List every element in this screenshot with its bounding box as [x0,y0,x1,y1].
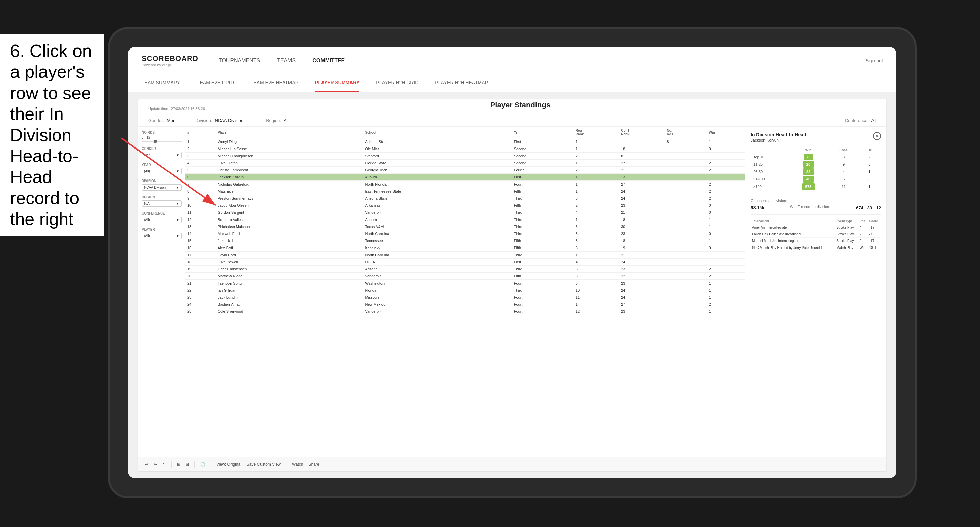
player-table-row[interactable]: 10Jacob Mou OlesenArkansasFifth2230 [185,202,745,209]
player-cell: Phichaksn Maichon [216,223,363,230]
sub-nav-player-h2h-heatmap[interactable]: PLAYER H2H HEATMAP [435,74,488,92]
tournament-cell: -17 [868,224,881,231]
player-cell: Arizona State [363,195,512,202]
h2h-close-button[interactable]: ✕ [873,132,881,140]
no-rds-slider[interactable] [142,141,181,142]
player-table-row[interactable]: 12Brendan VallesAuburnThird1181 [185,216,745,223]
tournament-cell: Stroke Play [835,224,858,231]
tournament-table: Tournament Event Type Pos Score Amer Ari… [751,218,881,251]
player-table-row[interactable]: 15Jake HallTennesseeFifth3181 [185,237,745,244]
player-table-row[interactable]: 18Luke PowellUCLAFirst4241 [185,259,745,266]
player-table-row[interactable]: 5Christo LamprechtGeorgia TechFourth2212 [185,167,745,174]
player-cell: 0 [707,209,745,216]
undo-btn[interactable]: ↩ [145,462,148,467]
conference-dropdown[interactable]: (All) ▼ [142,216,181,223]
col-reg-rank: RegRank [574,127,619,138]
tournament-cell: -7 [868,231,881,238]
tournament-cell: Stroke Play [835,238,858,244]
player-cell: East Tennessee State [363,188,512,195]
player-cell: 0 [707,202,745,209]
player-table-row[interactable]: 14Maxwell FordNorth CarolinaThird3230 [185,230,745,237]
player-table-row[interactable]: 17David FordNorth CarolinaThird1211 [185,252,745,259]
player-cell: 0 [707,244,745,252]
gender-filter-label: Gender [142,147,181,151]
h2h-table-row: >100578111 [751,183,881,190]
player-table-row[interactable]: 24Bastien AmatNew MexicoFourth1272 [185,301,745,308]
division-dropdown[interactable]: NCAA Division I ▼ [142,184,181,190]
player-cell: 8 [574,266,619,273]
h2h-win-cell: 20 [788,160,829,168]
share-btn[interactable]: Share [309,462,320,467]
player-cell: 2 [707,160,745,167]
player-cell: 3 [574,195,619,202]
player-table-row[interactable]: 3Michael ThorbjornsenStanfordSecond281 [185,152,745,160]
nav-item-tournaments[interactable]: TOURNAMENTS [219,55,260,66]
h2h-loss-cell: 4 [829,168,858,175]
player-table-row[interactable]: 7Nicholas GabrelcikNorth FloridaFourth12… [185,181,745,188]
nav-item-teams[interactable]: TEAMS [277,55,296,66]
slider-handle[interactable] [154,140,157,143]
sub-nav-player-h2h-grid[interactable]: PLAYER H2H GRID [376,74,418,92]
player-cell: 2 [574,202,619,209]
player-table-row[interactable]: 25Cole SherwoodVanderbiltFourth12231 [185,308,745,315]
player-cell: 19 [619,244,665,252]
player-cell: Florida State [363,160,512,167]
watch-btn[interactable]: Watch [292,462,303,467]
player-cell: Fourth [512,294,574,301]
player-cell: 2 [707,273,745,280]
player-dropdown[interactable]: (All) ▼ [142,233,181,239]
sub-nav-team-h2h-grid[interactable]: TEAM H2H GRID [197,74,234,92]
player-cell: 1 [574,160,619,167]
player-cell: Missouri [363,294,512,301]
player-cell: Mats Ege [216,188,363,195]
player-cell: Fifth [512,237,574,244]
nav-item-committee[interactable]: COMMITTEE [312,55,345,66]
player-table-area: # Player School Yr RegRank ConfRank No.R… [185,127,745,457]
region-dropdown[interactable]: N/A ▼ [142,200,181,207]
gender-dropdown[interactable]: Men ▼ [142,152,181,158]
player-table-row[interactable]: 16Alex GoffKentuckyFifth8190 [185,244,745,252]
sub-nav-player-summary[interactable]: PLAYER SUMMARY [315,74,359,92]
nav-right: Sign out [866,58,883,63]
player-table-row[interactable]: 19Tiger ChristensenArizonaThird8232 [185,266,745,273]
paste-btn[interactable]: ⊟ [186,462,189,467]
player-table-row[interactable]: 21Taehoon SongWashingtonFourth6231 [185,280,745,287]
player-table-row[interactable]: 20Matthew RiedelVanderbiltFifth3222 [185,273,745,280]
player-table-row[interactable]: 2Michael La SasseOle MissSecond1180 [185,146,745,152]
copy-btn[interactable]: ⊞ [177,462,180,467]
region-filter-label: Region [142,195,181,199]
player-cell: North Florida [363,181,512,188]
view-original-btn[interactable]: View: Original [216,462,241,467]
tournament-col-score: Score [868,218,881,224]
player-table-row[interactable]: 9Preston SummerhaysArizona StateThird324… [185,195,745,202]
player-table-row[interactable]: 4Luke ClatonFlorida StateSecond1272 [185,160,745,167]
player-cell: Third [512,216,574,223]
player-table-row[interactable]: 13Phichaksn MaichonTexas A&MThird6301 [185,223,745,230]
clock-btn[interactable]: 🕐 [200,462,205,467]
player-cell: 27 [619,160,665,167]
player-table-row[interactable]: 11Gordon SargentVanderbiltThird4210 [185,209,745,216]
player-table-row[interactable]: 1Wenyi DingArizona StateFirst1181 [185,138,745,146]
sign-out-link[interactable]: Sign out [866,58,883,63]
refresh-btn[interactable]: ↻ [162,462,166,467]
redo-btn[interactable]: ↪ [154,462,157,467]
player-cell: Wenyi Ding [216,138,363,146]
opponents-pct: 98.1% [751,205,764,211]
year-dropdown[interactable]: (All) ▼ [142,168,181,175]
player-cell: 13 [185,223,216,230]
player-table-row[interactable]: 22Ian GilliganFloridaThird10241 [185,287,745,294]
tournament-cell: 4 [858,224,868,231]
h2h-rank-label: 11-25 [751,160,788,168]
player-cell: 24 [619,294,665,301]
h2h-table-row: Top 10832 [751,153,881,160]
player-table-row[interactable]: 6Jackson KoivunAuburnFirst1131 [185,174,745,181]
player-cell: 1 [707,216,745,223]
player-table-row[interactable]: 8Mats EgeEast Tennessee StateFifth1242 [185,188,745,195]
player-table-row[interactable]: 23Jack LundinMissouriFourth11241 [185,294,745,301]
tablet-screen: SCOREBOARD Powered by clippi TOURNAMENTS… [128,47,896,478]
sub-nav-team-h2h-heatmap[interactable]: TEAM H2H HEATMAP [251,74,298,92]
sub-nav-team-summary[interactable]: TEAM SUMMARY [142,74,180,92]
save-custom-btn[interactable]: Save Custom View [247,462,281,467]
player-cell: Third [512,252,574,259]
player-cell: 3 [574,273,619,280]
